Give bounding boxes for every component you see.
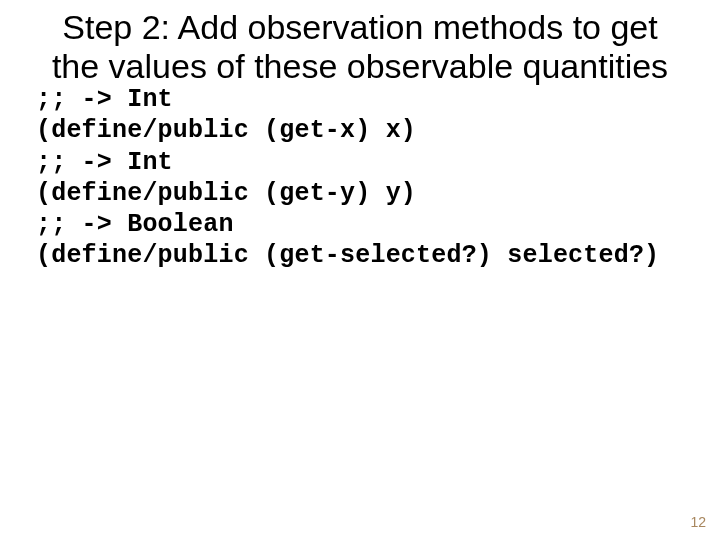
code-line: ;; -> Boolean [36, 210, 234, 239]
code-line: ;; -> Int [36, 148, 173, 177]
page-number: 12 [690, 514, 706, 530]
code-line: (define/public (get-y) y) [36, 179, 416, 208]
code-block: ;; -> Int (define/public (get-x) x) ;; -… [0, 84, 720, 272]
code-line: (define/public (get-x) x) [36, 116, 416, 145]
slide: Step 2: Add observation methods to get t… [0, 0, 720, 540]
code-line: (define/public (get-selected?) selected?… [36, 241, 659, 270]
code-line: ;; -> Int [36, 85, 173, 114]
slide-title: Step 2: Add observation methods to get t… [0, 0, 720, 86]
